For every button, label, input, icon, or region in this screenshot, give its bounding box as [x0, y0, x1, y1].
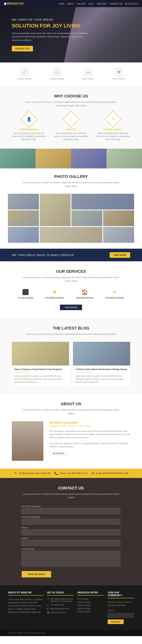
- living-room-label: LIVING ROOM: [17, 78, 31, 80]
- blog-date-2: September 25 2015: [75, 372, 128, 374]
- blog-excerpt-2: Lorem ipsum dolor sit amet, you could st…: [75, 374, 128, 384]
- name-input[interactable]: [22, 508, 120, 514]
- nav-item-contact[interactable]: Contact Us: [110, 3, 122, 5]
- logo[interactable]: ▣ ETINDECOR: [4, 2, 23, 5]
- nav-item-about[interactable]: About: [67, 3, 74, 5]
- email-input[interactable]: [22, 519, 120, 524]
- footer-service-furniture[interactable]: Furniture Work: [77, 610, 104, 613]
- nav-item-blog[interactable]: Blog: [89, 3, 94, 5]
- blog-body-1: How to Choose a Good Interior From Produ…: [12, 366, 69, 386]
- exterior-design2-icon: ✏: [106, 289, 124, 295]
- about-designer-photo: [12, 421, 43, 461]
- hero-title: SOLUTION FOR JOY LIVING: [12, 23, 91, 29]
- hero-subtitle: WE COMPLATE YOUR DREAM: [12, 18, 91, 21]
- footer-email: ✉ support@yourtool.com: [47, 608, 73, 610]
- message-label: Your Message: [22, 548, 120, 550]
- dining-room-icon: 🍽: [53, 68, 61, 76]
- saving-title: SAVING DESIGN: [96, 128, 130, 131]
- footer-service-garden[interactable]: Garden Design: [77, 608, 104, 610]
- about-section: ABOUT US Lorem ipsum dolor sit amet cons…: [0, 394, 142, 468]
- services-grid: ⬛ FLOOR DESIGN ★ EXTERIOR DESIGN 🏠 INTER…: [12, 289, 130, 300]
- logo-icon: ▣: [4, 2, 6, 5]
- read-more-button[interactable]: READ MORE: [49, 451, 68, 456]
- bath-room-label: BATH ROOM: [112, 78, 125, 80]
- nav-menu: Home About Gallery Blog Services Contact…: [59, 2, 138, 5]
- bed-room-icon: 🛏: [84, 68, 92, 76]
- form-email-row: Your Email (required): [22, 516, 120, 524]
- blog-section: THE LATEST BLOG Lorem ipsum dolor sit am…: [0, 318, 142, 394]
- footer-phone-icon: 📞: [47, 604, 49, 606]
- gallery-cell-2[interactable]: [40, 194, 71, 226]
- about-title: ABOUT US: [12, 402, 130, 406]
- footer-address-text: 962 Millicita Morse Street Silvercraft, …: [50, 598, 73, 602]
- room-strip-2: [35, 149, 71, 168]
- hero-section: WE COMPLATE YOUR DREAM SOLUTION FOR JOY …: [0, 7, 142, 62]
- footer-email-input[interactable]: [108, 613, 134, 618]
- room-type-living[interactable]: 🛋 LIVING ROOM: [17, 68, 31, 80]
- submit-button[interactable]: SEND MESSAGE: [22, 571, 51, 578]
- services-view-more-button[interactable]: VIEW MORE: [60, 304, 82, 310]
- hero-content: WE COMPLATE YOUR DREAM SOLUTION FOR JOY …: [12, 18, 91, 52]
- footer-service-floor[interactable]: Floor Design: [77, 598, 104, 600]
- gallery-cell-6[interactable]: [103, 210, 134, 226]
- gallery-cell-9[interactable]: [103, 227, 134, 243]
- gallery-cell-7[interactable]: [8, 227, 39, 243]
- nav-item-services[interactable]: Services: [97, 3, 107, 5]
- footer-services-col: SERVICES OFFER Floor Design Exterior Des…: [77, 591, 104, 624]
- blog-image-2: [73, 342, 130, 366]
- why-cards: 👤 PROFESSIONALS Sed ut perspiciatis unde…: [12, 113, 130, 141]
- phone-icon: 📞: [54, 472, 58, 475]
- footer-address-icon: 📍: [47, 598, 49, 602]
- address-icon: 📍: [14, 472, 17, 475]
- footer-website: 🌐 www.yourtool.com: [47, 612, 73, 614]
- gallery-cell-8[interactable]: [40, 227, 102, 243]
- why-card-professionals: 👤 PROFESSIONALS Sed ut perspiciatis unde…: [12, 113, 46, 141]
- room-type-bed[interactable]: 🛏 BED ROOM: [83, 68, 94, 80]
- about-content: INTERIOR DESIGNER BEDROOM · EARTH DESIGN…: [49, 421, 130, 461]
- creative-text: Sed ut perspiciatis unde omnis iste natu…: [54, 132, 88, 141]
- blog-post-title-1: How to Choose a Good Interior From Produ…: [14, 368, 67, 371]
- footer-community-col: JOIN OUR COMMUNITY Sign up to receive em…: [108, 591, 134, 624]
- footer-service-interior[interactable]: Interior Design: [77, 604, 104, 606]
- designer-title: INTERIOR DESIGNER: [49, 421, 130, 424]
- subject-input[interactable]: [22, 540, 120, 546]
- why-title: WHY CHOOSE US: [12, 94, 130, 98]
- room-type-bath[interactable]: 🚿 BATH ROOM: [112, 68, 125, 80]
- nav-item-gallery[interactable]: Gallery: [77, 3, 86, 5]
- services-section: OUR SERVICES Lorem ipsum dolor sit amet …: [0, 261, 142, 318]
- contact-form: Your Name (required) Your Email (require…: [22, 505, 120, 578]
- exterior2-title: EXTERIOR DESIGN: [106, 297, 124, 299]
- room-type-dining[interactable]: 🍽 DINING ROOM: [50, 68, 64, 80]
- footer-community-desc: Sign up to receive email for the latest …: [108, 601, 134, 607]
- floor-design-icon: ⬛: [18, 289, 33, 295]
- footer-about-text: Lorem ipsum dolor sit amet, consectetur …: [8, 598, 43, 614]
- footer-address: 📍 962 Millicita Morse Street Silvercraft…: [47, 598, 73, 602]
- blog-body-2: 7 Interior Taste About Good Interior Des…: [73, 366, 130, 386]
- why-card-creative: ◇ CREATIVE Sed ut perspiciatis unde omni…: [54, 113, 88, 141]
- gallery-cell-1[interactable]: [8, 194, 39, 210]
- interior-design-icon: 🏠: [76, 289, 94, 295]
- blog-post-2[interactable]: 7 Interior Taste About Good Interior Des…: [73, 342, 130, 386]
- footer-about-title: ABOUT ET INDECOR: [8, 591, 43, 596]
- hero-cta-button[interactable]: CONTACT US: [12, 46, 33, 52]
- form-message-row: Your Message: [22, 548, 120, 567]
- hero-description: Sed ut perspiciatis unde omnis iste natu…: [12, 32, 91, 42]
- floor-title: FLOOR DESIGN: [18, 297, 33, 299]
- blog-image-1: [12, 342, 69, 366]
- gallery-cell-5[interactable]: [71, 210, 102, 226]
- footer-service-exterior[interactable]: Exterior Design: [77, 601, 104, 603]
- blog-post-1[interactable]: How to Choose a Good Interior From Produ…: [12, 342, 69, 386]
- gallery-cell-3[interactable]: [71, 194, 134, 210]
- phone-input[interactable]: [22, 529, 120, 535]
- footer-subscribe-button[interactable]: Subscribe: [108, 620, 124, 624]
- why-card-saving: ✎ SAVING DESIGN Sed ut perspiciatis unde…: [96, 113, 130, 141]
- service-exterior2: ✏ EXTERIOR DESIGN: [106, 289, 124, 300]
- about-text-1: Nec venenatis ut. Sed posuere consectetu…: [49, 430, 130, 439]
- creative-diamond: ◇: [63, 111, 79, 128]
- contact-email: ✉ Email: INFO@YOUREMAIL.COM: [92, 472, 128, 475]
- nav-item-account[interactable]: My Account: [125, 3, 138, 5]
- gallery-cell-4[interactable]: [8, 210, 39, 226]
- cta-view-more-button[interactable]: VIEW MORE: [110, 252, 130, 258]
- nav-item-home[interactable]: Home: [59, 3, 64, 5]
- message-textarea[interactable]: [22, 551, 120, 566]
